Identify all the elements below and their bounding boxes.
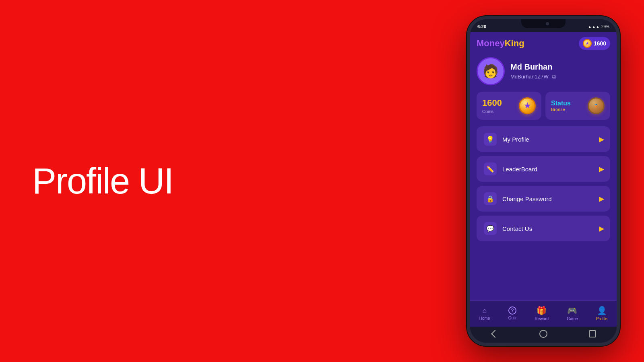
menu-item-leaderboard[interactable]: ✏️ LeaderBoard ▶ [477,156,610,182]
user-id-row: MdBurhan1Z7W ⧉ [510,73,610,80]
quiz-icon: ? [508,306,516,315]
app-logo: MoneyKing [477,38,524,49]
nav-profile[interactable]: 👤 Profile [593,304,611,323]
back-gesture[interactable] [491,330,499,338]
menu-item-contact-us[interactable]: 💬 Contact Us ▶ [477,216,610,241]
chat-icon: 💬 [484,222,497,235]
notch [521,19,566,28]
page-title: Profile UI [32,161,467,201]
game-icon: 🎮 [567,306,577,315]
change-password-label: Change Password [502,195,599,202]
home-icon: ⌂ [483,306,487,315]
coin-icon-header: ★ [583,39,592,48]
coins-card: 1600 Coins ★ [477,92,541,120]
front-camera [546,22,549,25]
reward-icon: 🎁 [537,306,547,315]
my-profile-label: My Profile [502,136,599,143]
power-button [617,68,618,92]
status-icons: ▲▲▲ 29% [588,25,609,29]
menu-icon-my-profile: 💡 [483,132,497,146]
page-title-section: Profile UI [0,161,467,201]
recents-gesture[interactable] [589,330,596,337]
menu-icon-password: 🔒 [483,191,497,206]
bronze-icon: 🥉 [588,97,605,114]
menu-item-my-profile[interactable]: 💡 My Profile ▶ [477,126,610,152]
user-avatar: 🧑 [477,57,505,85]
signal-icon: ▲▲▲ [588,25,600,29]
leaderboard-label: LeaderBoard [502,166,599,173]
coins-icon: ★ [519,97,536,114]
bronze-symbol: 🥉 [594,104,598,108]
coins-label: Coins [482,109,502,114]
menu-list: 💡 My Profile ▶ ✏️ LeaderBoard ▶ [470,126,617,300]
change-password-arrow: ▶ [599,195,604,203]
star-icon: ★ [524,101,530,110]
user-info: Md Burhan MdBurhan1Z7W ⧉ [510,62,610,80]
app-content: MoneyKing ★ 1600 🧑 Md Burhan [470,32,617,327]
avatar-emoji: 🧑 [483,64,499,79]
status-time: 6:20 [477,24,486,29]
coins-info: 1600 Coins [482,98,502,114]
status-value: Bronze [551,107,571,112]
contact-us-label: Contact Us [502,225,599,232]
status-label: Status [551,100,571,107]
logo-money: Money [477,38,505,48]
user-id: MdBurhan1Z7W [510,74,549,80]
vol-down-button [469,107,470,129]
contact-us-arrow: ▶ [599,225,604,232]
stats-row: 1600 Coins ★ Status Bronze 🥉 [470,92,617,126]
nav-home-label: Home [479,316,490,321]
nav-quiz-label: Quiz [508,316,517,320]
phone-body: 6:20 ▲▲▲ 29% MoneyKing [467,16,620,346]
status-bar: 6:20 ▲▲▲ 29% [470,19,617,32]
coins-value: 1600 [482,98,502,108]
lock-icon: 🔒 [484,192,497,205]
app-header: MoneyKing ★ 1600 [470,32,617,53]
copy-icon[interactable]: ⧉ [552,73,556,80]
menu-item-change-password[interactable]: 🔒 Change Password ▶ [477,186,610,212]
nav-game-label: Game [567,317,578,321]
coin-badge-header: ★ 1600 [579,37,610,50]
nav-reward[interactable]: 🎁 Reward [532,304,552,323]
profile-nav-icon: 👤 [597,306,607,315]
menu-icon-leaderboard: ✏️ [483,162,497,176]
nav-quiz[interactable]: ? Quiz [505,305,520,322]
nav-home[interactable]: ⌂ Home [476,305,493,322]
my-profile-arrow: ▶ [599,136,604,143]
gesture-bar [470,327,617,343]
phone-mockup: 6:20 ▲▲▲ 29% MoneyKing [467,16,620,346]
bottom-nav: ⌂ Home ? Quiz 🎁 Reward 🎮 Game [470,300,617,327]
leaderboard-arrow: ▶ [599,165,604,173]
header-coin-count: 1600 [594,40,606,47]
bulb-icon: 💡 [484,133,497,146]
vol-up-button [469,80,470,102]
nav-profile-label: Profile [596,317,607,321]
nav-reward-label: Reward [535,317,549,321]
silent-button [469,60,470,74]
home-gesture[interactable] [539,330,547,338]
profile-section: 🧑 Md Burhan MdBurhan1Z7W ⧉ [470,53,617,92]
leaderboard-icon: ✏️ [484,162,497,175]
page-background: Profile UI 6:20 ▲▲▲ 29% [0,0,644,362]
nav-game[interactable]: 🎮 Game [564,304,581,323]
user-name: Md Burhan [510,62,610,72]
status-info: Status Bronze [551,100,571,112]
battery-icon: 29% [601,25,609,29]
status-card: Status Bronze 🥉 [545,92,610,120]
menu-icon-contact: 💬 [483,221,497,236]
logo-king: King [505,38,524,48]
